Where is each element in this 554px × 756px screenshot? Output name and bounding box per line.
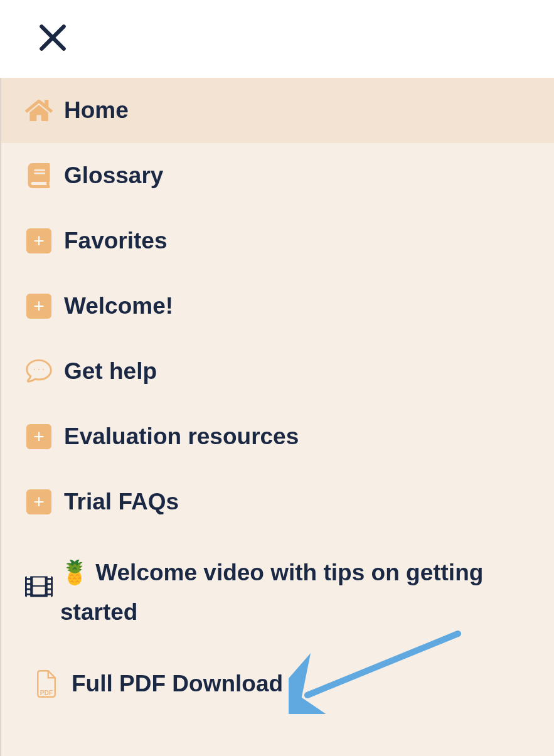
nav-label: Get help (64, 358, 157, 385)
plus-box-icon: + (25, 423, 53, 450)
nav-label: Trial FAQs (64, 489, 179, 515)
comment-icon (25, 358, 53, 385)
nav-item-evaluation-resources[interactable]: + Evaluation resources (1, 404, 554, 469)
sidebar-nav: Home Glossary + Favorites + Welcome! (0, 78, 554, 756)
house-icon (25, 97, 53, 124)
nav-label: Welcome! (64, 293, 173, 319)
svg-point-3 (38, 369, 40, 370)
nav-item-home[interactable]: Home (1, 78, 554, 143)
book-icon (25, 162, 53, 189)
plus-box-icon: + (25, 488, 53, 516)
nav-label: Glossary (64, 162, 163, 189)
plus-box-icon: + (25, 292, 53, 320)
nav-label: 🍍 Welcome video with tips on getting sta… (60, 553, 538, 632)
nav-item-trial-faqs[interactable]: + Trial FAQs (1, 469, 554, 535)
nav-item-get-help[interactable]: Get help (1, 339, 554, 404)
film-icon (25, 573, 53, 613)
svg-point-2 (34, 369, 35, 370)
nav-item-welcome-video[interactable]: 🍍 Welcome video with tips on getting sta… (1, 535, 554, 651)
file-pdf-icon: PDF (33, 670, 60, 698)
nav-label: Evaluation resources (64, 423, 299, 450)
svg-text:PDF: PDF (40, 689, 53, 696)
nav-item-glossary[interactable]: Glossary (1, 143, 554, 208)
close-button[interactable] (36, 21, 69, 56)
nav-label: Favorites (64, 228, 168, 254)
close-icon (36, 45, 69, 56)
plus-box-icon: + (25, 227, 53, 255)
header (0, 0, 554, 78)
nav-item-welcome[interactable]: + Welcome! (1, 274, 554, 339)
nav-item-favorites[interactable]: + Favorites (1, 208, 554, 274)
svg-point-4 (43, 369, 44, 370)
nav-label: Full PDF Download (72, 671, 283, 697)
nav-item-full-pdf-download[interactable]: PDF Full PDF Download (1, 651, 554, 716)
nav-label: Home (64, 97, 129, 124)
